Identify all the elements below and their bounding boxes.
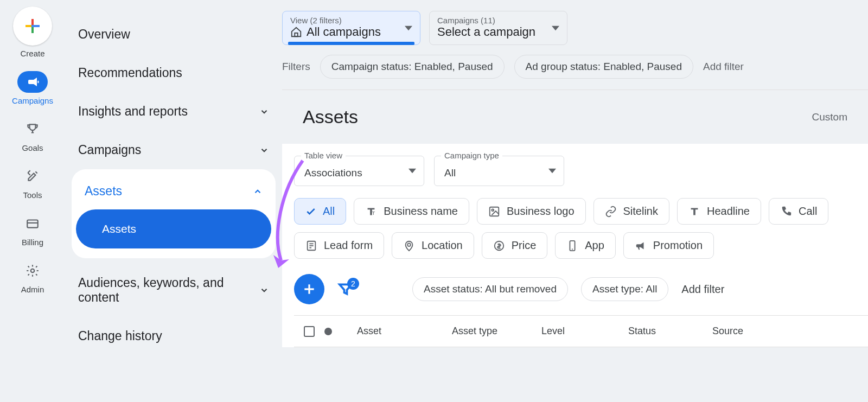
view-selector[interactable]: View (2 filters) All campaigns [282,11,420,45]
campaign-type-label: Campaign type [441,151,502,160]
filter-chip-adgroup-status[interactable]: Ad group status: Enabled, Paused [514,55,693,79]
col-asset[interactable]: Asset [349,316,444,347]
chip-all[interactable]: All [294,198,346,225]
filter-badge: 2 [347,278,359,290]
add-table-filter[interactable]: Add filter [681,283,724,296]
nav-billing[interactable]: Billing [17,213,48,247]
campaign-selector[interactable]: Campaigns (11) Select a campaign [429,11,567,45]
card-icon [17,213,48,234]
nav-goals[interactable]: Goals [17,118,48,152]
trophy-icon [17,118,48,140]
nav-campaigns[interactable]: Campaigns [12,71,53,105]
secondary-nav: Overview Recommendations Insights and re… [65,0,282,402]
megaphone-icon [17,71,48,93]
svg-point-16 [407,243,411,246]
chip-lead-form[interactable]: Lead form [294,232,384,259]
chip-sitelink[interactable]: Sitelink [593,198,669,225]
nav-recommendations-label: Recommendations [78,66,182,80]
chevron-down-icon [259,285,269,295]
icon-rail: Create Campaigns Goals Tools Billing Adm… [0,0,65,402]
chevron-down-icon [259,145,269,155]
chip-business-name[interactable]: T Business name [354,198,469,225]
svg-rect-4 [31,25,34,27]
scope-filter-row: Filters Campaign status: Enabled, Paused… [282,45,868,90]
asset-type-chips: All T Business name Business logo Siteli… [294,186,868,259]
text-icon [688,206,700,218]
campaign-type-dropdown[interactable]: Campaign type All [434,156,564,186]
dropdown-row: Table view Associations Campaign type Al… [294,156,868,186]
nav-recommendations[interactable]: Recommendations [65,54,282,92]
filter-chip-campaign-status[interactable]: Campaign status: Enabled, Paused [320,55,505,79]
nav-billing-label: Billing [22,238,43,247]
scope-selectors: View (2 filters) All campaigns Campaigns… [282,11,868,45]
nav-campaigns-label: Campaigns [12,96,53,105]
table-header-row: Asset Asset type Level Status Source [294,315,868,347]
chip-asset-type[interactable]: Asset type: All [581,277,668,301]
table-action-row: 2 Asset status: All but removed Asset ty… [294,259,868,315]
chip-promotion[interactable]: Promotion [623,232,714,259]
create-label: Create [20,49,44,58]
svg-rect-2 [25,25,31,27]
page-title: Assets [303,106,358,127]
chip-call[interactable]: Call [769,198,828,225]
nav-assets-header[interactable]: Assets [72,169,276,208]
gear-icon [17,260,48,282]
add-asset-button[interactable] [294,274,324,304]
triangle-down-icon [548,167,556,175]
svg-point-11 [492,209,494,211]
col-level[interactable]: Level [534,316,621,347]
svg-rect-5 [27,220,38,228]
nav-admin[interactable]: Admin [17,260,48,294]
chip-headline[interactable]: Headline [677,198,761,225]
nav-assets-sub-label: Assets [102,222,136,235]
nav-assets-sub[interactable]: Assets [76,209,271,248]
nav-overview[interactable]: Overview [65,15,282,54]
status-dot-icon [324,328,332,335]
svg-point-7 [31,269,35,273]
chip-location[interactable]: Location [392,232,474,259]
svg-text:T: T [372,210,375,215]
col-source[interactable]: Source [705,316,751,347]
add-filter-button[interactable]: Add filter [703,61,744,73]
col-asset-type[interactable]: Asset type [444,316,534,347]
custom-columns-button[interactable]: Custom [812,111,847,123]
pin-icon [403,240,415,252]
check-icon [305,206,316,217]
nav-history[interactable]: Change history [65,317,282,355]
chip-business-logo[interactable]: Business logo [477,198,586,225]
nav-audiences[interactable]: Audiences, keywords, and content [65,264,282,317]
triangle-down-icon [405,24,412,32]
tools-icon [17,165,48,187]
mobile-icon [566,240,578,252]
form-icon [305,240,317,252]
triangle-down-icon [552,24,559,32]
chip-price[interactable]: Price [482,232,548,259]
chip-app[interactable]: App [555,232,616,259]
plus-icon [302,282,316,296]
dollar-icon [493,240,505,252]
main-content: View (2 filters) All campaigns Campaigns… [282,0,868,402]
chip-asset-status[interactable]: Asset status: All but removed [412,277,568,301]
nav-goals-label: Goals [22,143,43,152]
view-selector-small: View (2 filters) [290,16,412,25]
table-view-dropdown[interactable]: Table view Associations [294,156,424,186]
svg-rect-8 [295,33,298,36]
filters-label: Filters [282,61,310,73]
col-status[interactable]: Status [621,316,705,347]
svg-rect-10 [490,207,499,216]
filter-funnel-button[interactable]: 2 [337,281,354,297]
nav-campaigns-expand[interactable]: Campaigns [65,131,282,169]
select-all-checkbox[interactable] [304,326,315,337]
plus-multicolor-icon [13,7,52,46]
svg-rect-0 [31,19,34,25]
chevron-up-icon [253,187,263,196]
image-icon [488,206,500,218]
nav-tools[interactable]: Tools [17,165,48,200]
campaign-selector-small: Campaigns (11) [437,16,559,25]
nav-insights[interactable]: Insights and reports [65,92,282,131]
content-card: Table view Associations Campaign type Al… [282,144,868,347]
nav-assets-label: Assets [85,184,122,199]
link-icon [605,206,617,218]
table-view-label: Table view [301,151,346,160]
create-button[interactable]: Create [13,7,52,58]
